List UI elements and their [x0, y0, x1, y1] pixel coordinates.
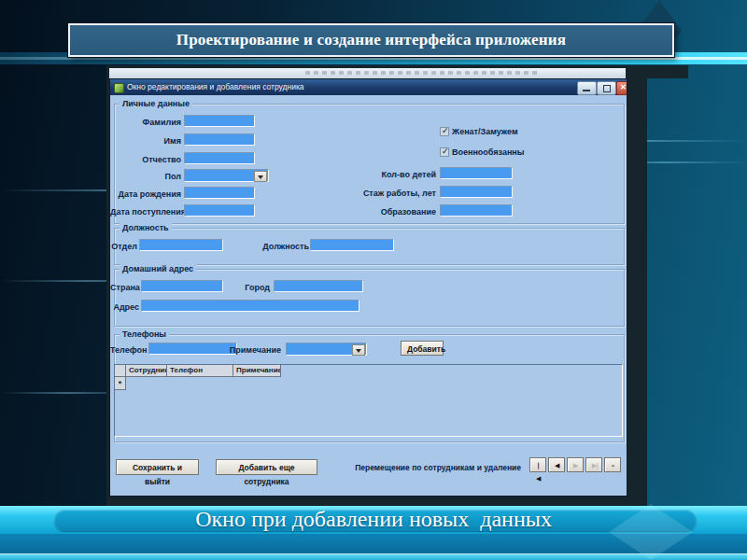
label-birth-date: Дата рождения	[110, 189, 181, 200]
input-children-count[interactable]	[440, 167, 513, 179]
chevron-down-icon	[258, 175, 263, 179]
label-phone: Телефон	[110, 344, 144, 356]
navigation-label: Перемещение по сотрудникам и удаление	[353, 463, 521, 473]
slide: Проектирование и создание интерфейса при…	[0, 0, 747, 560]
checkbox-military-label: Военнообязанны	[452, 147, 524, 158]
minimize-icon	[583, 90, 590, 91]
top-glow-core	[0, 57, 747, 60]
label-address: Адрес	[110, 301, 139, 313]
nav-prev-button[interactable]: ◀	[548, 457, 565, 472]
input-last-name[interactable]	[184, 115, 255, 127]
nav-next-button[interactable]: ▶	[567, 457, 584, 472]
illegible-text-decoration	[305, 71, 539, 75]
input-country[interactable]	[141, 280, 223, 292]
label-first-name: Имя	[110, 135, 181, 147]
close-icon: ✕	[620, 82, 627, 93]
screenshot-backdrop-edge	[647, 65, 688, 78]
column-header-phone[interactable]: Телефон	[167, 365, 233, 377]
check-icon: ✓	[442, 146, 449, 157]
combo-dropdown-button[interactable]	[254, 171, 267, 182]
input-address[interactable]	[141, 300, 359, 312]
label-gender: Пол	[110, 171, 181, 182]
input-birth-date[interactable]	[184, 187, 255, 199]
label-education: Образование	[348, 206, 436, 217]
minimize-button[interactable]	[577, 81, 597, 95]
background-window-strip	[109, 68, 626, 78]
label-department: Отдел	[110, 241, 137, 252]
add-button[interactable]: Добавить	[401, 341, 444, 356]
check-icon: ✓	[442, 125, 449, 136]
input-education[interactable]	[440, 204, 513, 217]
nav-last-button[interactable]: ▶|	[585, 457, 602, 472]
add-employee-button[interactable]: Добавить еще сотрудника	[216, 459, 317, 475]
group-phones-label: Телефоны	[120, 329, 169, 340]
gender-combobox[interactable]	[184, 169, 269, 182]
label-city: Город	[222, 282, 270, 293]
label-last-name: Фамилия	[110, 117, 181, 128]
label-children-count: Кол-во детей	[348, 169, 436, 180]
combo-dropdown-button[interactable]	[352, 344, 365, 356]
phones-table[interactable]: Сотрудник Телефон Примечание *	[114, 364, 623, 437]
label-country: Страна	[110, 282, 139, 293]
input-city[interactable]	[274, 280, 363, 292]
employee-form-window: Окно редактирования и добавления сотрудн…	[109, 78, 627, 497]
maximize-icon	[603, 85, 611, 92]
input-position[interactable]	[310, 239, 394, 251]
label-note: Примечание	[220, 344, 281, 356]
maximize-button[interactable]	[597, 81, 616, 95]
chevron-down-icon	[356, 349, 361, 353]
group-address-label: Домашний адрес	[120, 264, 196, 274]
label-middle-name: Отчество	[110, 154, 181, 165]
label-position: Должность	[248, 241, 309, 252]
window-titlebar[interactable]: Окно редактирования и добавления сотрудн…	[110, 79, 627, 95]
column-header-employee[interactable]: Сотрудник	[126, 365, 167, 377]
footer-band	[0, 553, 747, 560]
window-icon	[114, 83, 124, 93]
slide-title-box: Проектирование и создание интерфейса при…	[68, 23, 674, 57]
window-title: Окно редактирования и добавления сотрудн…	[127, 79, 538, 95]
checkbox-married[interactable]: ✓	[440, 127, 449, 136]
save-exit-button[interactable]: Сохранить и выйти	[116, 459, 199, 475]
group-position-label: Должность	[120, 223, 172, 233]
label-work-experience: Стаж работы, лет	[348, 188, 436, 199]
input-hire-date[interactable]	[184, 204, 255, 217]
checkbox-married-label: Женат/Замужем	[452, 127, 518, 137]
nav-delete-button[interactable]: –	[604, 457, 621, 472]
slide-title: Проектирование и создание интерфейса при…	[176, 31, 566, 49]
nav-first-button[interactable]: |◀	[529, 457, 546, 472]
column-header-note[interactable]: Примечание	[233, 365, 281, 377]
group-personal-label: Личные данные	[120, 99, 192, 109]
close-button[interactable]: ✕	[616, 81, 627, 95]
group-home-address: Домашний адрес	[114, 269, 625, 327]
input-department[interactable]	[139, 239, 223, 251]
checkbox-military[interactable]: ✓	[440, 147, 449, 157]
input-first-name[interactable]	[184, 133, 255, 146]
label-hire-date: Дата поступления	[110, 206, 181, 217]
note-combobox[interactable]	[286, 343, 367, 356]
new-row-marker[interactable]: *	[115, 377, 126, 390]
input-work-experience[interactable]	[440, 186, 513, 198]
table-corner-cell	[115, 365, 126, 377]
input-middle-name[interactable]	[184, 152, 255, 164]
